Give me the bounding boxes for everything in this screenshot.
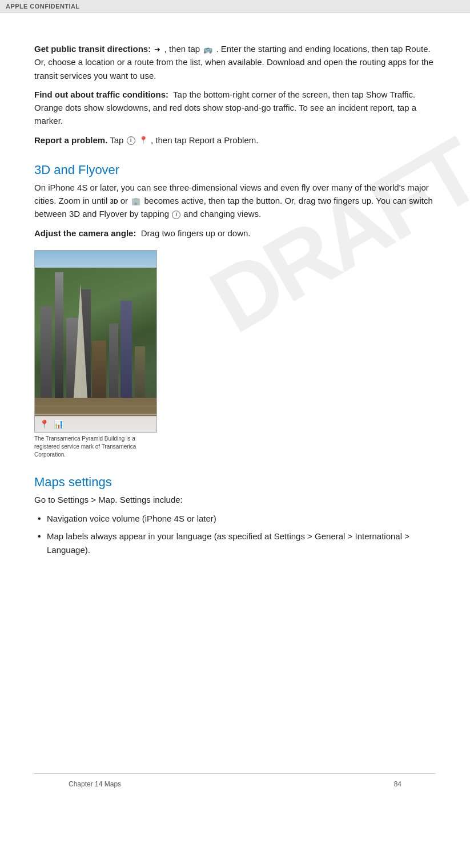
map-caption: The Transamerica Pyramid Building is a r…	[34, 435, 157, 459]
traffic-term: Find out about traffic conditions:	[34, 90, 168, 99]
footer-page: 84	[394, 780, 401, 788]
adjust-paragraph: Adjust the camera angle: Drag two finger…	[34, 227, 436, 240]
adjust-term: Adjust the camera angle:	[34, 228, 136, 238]
label-3d: 3D	[110, 198, 118, 205]
bullet-item-2: Map labels always appear in your languag…	[47, 531, 409, 554]
map-building-5	[92, 341, 106, 398]
report-term: Report a problem.	[34, 135, 107, 145]
map-building-7	[120, 301, 132, 398]
maps-settings-list: Navigation voice volume (iPhone 4S or la…	[34, 512, 436, 556]
map-bottom-bar: 📍 📊	[35, 416, 156, 432]
list-item: Map labels always appear in your languag…	[34, 530, 436, 556]
map-building-8	[135, 346, 145, 398]
transit-icon-route: ➜	[153, 44, 164, 54]
transit-term: Get public transit directions:	[34, 44, 151, 54]
transit-paragraph: Get public transit directions: ➜ , then …	[34, 42, 436, 82]
transit-icon-bus: 🚌	[202, 44, 216, 54]
info-icon-1: i	[126, 135, 138, 145]
transamerica-pyramid	[74, 284, 87, 398]
page-footer: Chapter 14 Maps 84	[34, 773, 436, 792]
map-location-icon: 📍	[39, 419, 49, 429]
maps-settings-heading: Maps settings	[34, 475, 436, 490]
map-street-lines-2	[35, 406, 156, 406]
report-paragraph: Report a problem. Tap i 📍 , then tap Rep…	[34, 134, 436, 147]
confidential-banner: APPLE CONFIDENTIAL	[0, 0, 470, 13]
map-building-6	[109, 324, 118, 398]
section-3d-heading: 3D and Flyover	[34, 163, 436, 177]
traffic-paragraph: Find out about traffic conditions: Tap t…	[34, 88, 436, 128]
section-3d-body: On iPhone 4S or later, you can see three…	[34, 181, 436, 221]
map-city	[35, 268, 156, 432]
map-street-lines-1	[35, 414, 156, 415]
map-building-2	[55, 272, 63, 398]
list-item: Navigation voice volume (iPhone 4S or la…	[34, 512, 436, 525]
map-building-1	[41, 306, 52, 398]
map-image: 🔍 Search or Address ✕ ⛶	[34, 250, 157, 433]
maps-settings-intro: Go to Settings > Map. Settings include:	[34, 493, 436, 506]
location-icon-1: 📍	[139, 136, 148, 144]
building-icon: 🏢	[131, 197, 140, 205]
map-container: 🔍 Search or Address ✕ ⛶	[34, 250, 157, 459]
info-icon-2: i	[171, 209, 183, 219]
bullet-item-1: Navigation voice volume (iPhone 4S or la…	[47, 514, 216, 523]
footer-chapter: Chapter 14 Maps	[69, 780, 121, 788]
confidential-text: APPLE CONFIDENTIAL	[6, 3, 80, 10]
map-floor-icon: 📊	[54, 419, 63, 429]
